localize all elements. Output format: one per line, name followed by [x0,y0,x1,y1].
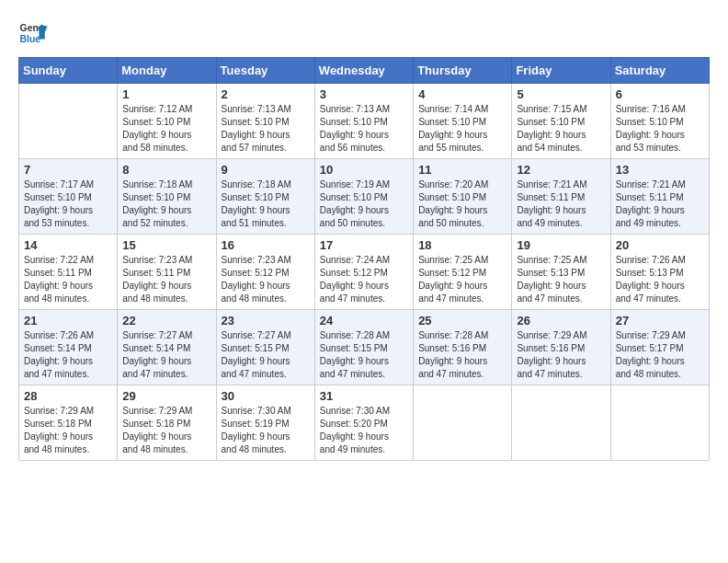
calendar-cell [512,385,610,461]
calendar-week-row: 21Sunrise: 7:26 AM Sunset: 5:14 PM Dayli… [19,310,710,385]
calendar-cell: 13Sunrise: 7:21 AM Sunset: 5:11 PM Dayli… [610,159,709,235]
day-number: 12 [517,163,605,177]
calendar-cell: 27Sunrise: 7:29 AM Sunset: 5:17 PM Dayli… [610,310,709,385]
day-info: Sunrise: 7:26 AM Sunset: 5:14 PM Dayligh… [24,329,112,381]
calendar-cell: 23Sunrise: 7:27 AM Sunset: 5:15 PM Dayli… [216,310,314,385]
svg-text:Blue: Blue [20,34,41,44]
day-number: 1 [122,87,210,101]
day-number: 27 [616,314,704,327]
calendar-cell: 31Sunrise: 7:30 AM Sunset: 5:20 PM Dayli… [314,385,413,461]
weekday-header-saturday: Saturday [610,58,709,84]
day-number: 31 [320,389,408,403]
day-info: Sunrise: 7:14 AM Sunset: 5:10 PM Dayligh… [418,103,506,155]
day-number: 22 [122,314,210,327]
day-number: 10 [320,163,408,177]
day-info: Sunrise: 7:12 AM Sunset: 5:10 PM Dayligh… [122,103,210,155]
calendar-cell [414,385,512,461]
day-number: 2 [222,87,310,101]
day-number: 7 [24,163,112,177]
day-info: Sunrise: 7:28 AM Sunset: 5:15 PM Dayligh… [320,329,408,381]
weekday-header-tuesday: Tuesday [216,58,314,84]
weekday-header-sunday: Sunday [19,58,118,84]
weekday-header-monday: Monday [118,58,216,84]
calendar-cell: 19Sunrise: 7:25 AM Sunset: 5:13 PM Dayli… [512,235,610,310]
day-info: Sunrise: 7:29 AM Sunset: 5:18 PM Dayligh… [122,405,210,456]
calendar-cell: 18Sunrise: 7:25 AM Sunset: 5:12 PM Dayli… [414,235,512,310]
calendar-cell: 7Sunrise: 7:17 AM Sunset: 5:10 PM Daylig… [19,159,118,235]
day-number: 24 [320,314,408,327]
day-info: Sunrise: 7:25 AM Sunset: 5:13 PM Dayligh… [517,254,605,305]
calendar-cell: 22Sunrise: 7:27 AM Sunset: 5:14 PM Dayli… [118,310,216,385]
calendar-cell: 29Sunrise: 7:29 AM Sunset: 5:18 PM Dayli… [118,385,216,461]
day-info: Sunrise: 7:13 AM Sunset: 5:10 PM Dayligh… [222,103,310,155]
day-number: 3 [320,87,408,101]
calendar-cell: 1Sunrise: 7:12 AM Sunset: 5:10 PM Daylig… [118,84,216,159]
calendar-cell: 21Sunrise: 7:26 AM Sunset: 5:14 PM Dayli… [19,310,118,385]
day-number: 21 [24,314,112,327]
calendar-cell: 28Sunrise: 7:29 AM Sunset: 5:18 PM Dayli… [19,385,118,461]
calendar-cell: 24Sunrise: 7:28 AM Sunset: 5:15 PM Dayli… [314,310,413,385]
day-info: Sunrise: 7:23 AM Sunset: 5:11 PM Dayligh… [122,254,210,305]
day-number: 20 [616,238,704,252]
day-number: 6 [616,87,704,101]
calendar-cell: 25Sunrise: 7:28 AM Sunset: 5:16 PM Dayli… [414,310,512,385]
calendar-cell: 5Sunrise: 7:15 AM Sunset: 5:10 PM Daylig… [512,84,610,159]
calendar-cell: 26Sunrise: 7:29 AM Sunset: 5:16 PM Dayli… [512,310,610,385]
day-info: Sunrise: 7:19 AM Sunset: 5:10 PM Dayligh… [320,178,408,230]
day-number: 28 [24,389,112,403]
day-number: 26 [517,314,605,327]
calendar-cell: 16Sunrise: 7:23 AM Sunset: 5:12 PM Dayli… [216,235,314,310]
day-info: Sunrise: 7:27 AM Sunset: 5:15 PM Dayligh… [222,329,310,381]
day-info: Sunrise: 7:22 AM Sunset: 5:11 PM Dayligh… [24,254,112,305]
day-number: 8 [122,163,210,177]
day-info: Sunrise: 7:24 AM Sunset: 5:12 PM Dayligh… [320,254,408,305]
calendar-week-row: 7Sunrise: 7:17 AM Sunset: 5:10 PM Daylig… [19,159,710,235]
day-info: Sunrise: 7:17 AM Sunset: 5:10 PM Dayligh… [24,178,112,230]
calendar-week-row: 14Sunrise: 7:22 AM Sunset: 5:11 PM Dayli… [19,235,710,310]
calendar-cell [19,84,118,159]
calendar-cell: 6Sunrise: 7:16 AM Sunset: 5:10 PM Daylig… [610,84,709,159]
weekday-header-row: SundayMondayTuesdayWednesdayThursdayFrid… [19,58,710,84]
calendar-week-row: 28Sunrise: 7:29 AM Sunset: 5:18 PM Dayli… [19,385,710,461]
calendar-cell [610,385,709,461]
day-info: Sunrise: 7:13 AM Sunset: 5:10 PM Dayligh… [320,103,408,155]
calendar-cell: 11Sunrise: 7:20 AM Sunset: 5:10 PM Dayli… [414,159,512,235]
calendar-cell: 8Sunrise: 7:18 AM Sunset: 5:10 PM Daylig… [118,159,216,235]
day-info: Sunrise: 7:29 AM Sunset: 5:17 PM Dayligh… [616,329,704,381]
calendar-cell: 14Sunrise: 7:22 AM Sunset: 5:11 PM Dayli… [19,235,118,310]
calendar-cell: 4Sunrise: 7:14 AM Sunset: 5:10 PM Daylig… [414,84,512,159]
day-info: Sunrise: 7:30 AM Sunset: 5:19 PM Dayligh… [222,405,310,456]
day-number: 18 [418,238,506,252]
day-number: 29 [122,389,210,403]
day-info: Sunrise: 7:18 AM Sunset: 5:10 PM Dayligh… [122,178,210,230]
calendar-cell: 2Sunrise: 7:13 AM Sunset: 5:10 PM Daylig… [216,84,314,159]
calendar-cell: 10Sunrise: 7:19 AM Sunset: 5:10 PM Dayli… [314,159,413,235]
calendar-cell: 15Sunrise: 7:23 AM Sunset: 5:11 PM Dayli… [118,235,216,310]
logo-icon: General Blue [18,18,48,48]
page-header: General Blue [18,18,710,48]
day-number: 14 [24,238,112,252]
day-info: Sunrise: 7:21 AM Sunset: 5:11 PM Dayligh… [616,178,704,230]
day-number: 16 [222,238,310,252]
weekday-header-thursday: Thursday [414,58,512,84]
day-number: 5 [517,87,605,101]
day-number: 19 [517,238,605,252]
day-info: Sunrise: 7:15 AM Sunset: 5:10 PM Dayligh… [517,103,605,155]
day-info: Sunrise: 7:25 AM Sunset: 5:12 PM Dayligh… [418,254,506,305]
day-number: 13 [616,163,704,177]
day-info: Sunrise: 7:30 AM Sunset: 5:20 PM Dayligh… [320,405,408,456]
day-info: Sunrise: 7:28 AM Sunset: 5:16 PM Dayligh… [418,329,506,381]
calendar-cell: 17Sunrise: 7:24 AM Sunset: 5:12 PM Dayli… [314,235,413,310]
calendar-cell: 30Sunrise: 7:30 AM Sunset: 5:19 PM Dayli… [216,385,314,461]
day-info: Sunrise: 7:29 AM Sunset: 5:18 PM Dayligh… [24,405,112,456]
day-number: 9 [222,163,310,177]
logo: General Blue [18,18,48,48]
calendar-cell: 3Sunrise: 7:13 AM Sunset: 5:10 PM Daylig… [314,84,413,159]
day-number: 11 [418,163,506,177]
day-number: 15 [122,238,210,252]
day-number: 25 [418,314,506,327]
day-info: Sunrise: 7:26 AM Sunset: 5:13 PM Dayligh… [616,254,704,305]
day-number: 17 [320,238,408,252]
weekday-header-wednesday: Wednesday [314,58,413,84]
day-info: Sunrise: 7:20 AM Sunset: 5:10 PM Dayligh… [418,178,506,230]
